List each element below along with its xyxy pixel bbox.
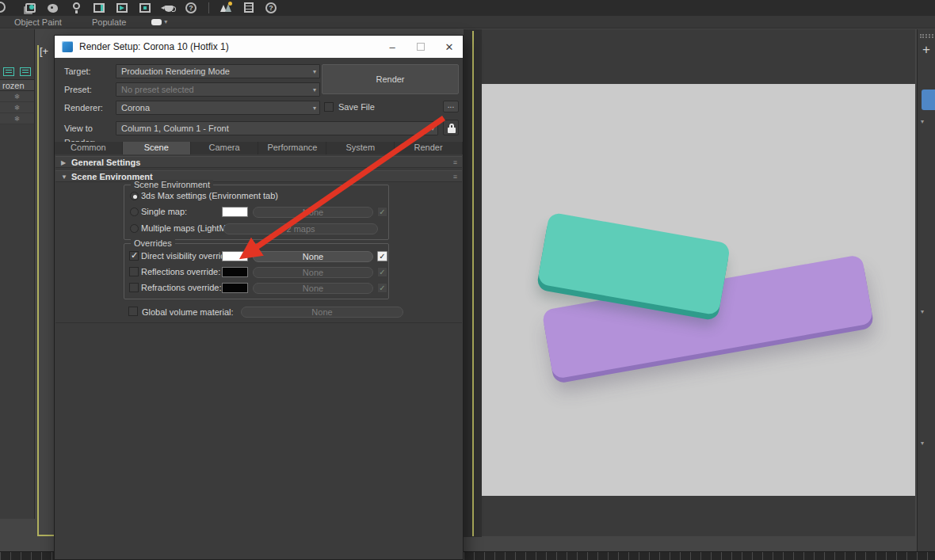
scene-environment-group: Scene Environment 3ds Max settings (Envi… (124, 185, 389, 240)
viewport-corner-menu[interactable]: [+ (40, 45, 48, 57)
hierarchy-list-icon[interactable] (3, 67, 14, 76)
target-dropdown[interactable]: Production Rendering Mode ▾ (116, 64, 320, 78)
frozen-row-3[interactable]: ❄ (0, 113, 34, 124)
refractions-override-checkbox[interactable] (129, 283, 139, 292)
active-viewport-border-right (472, 31, 474, 536)
single-map-enable-check[interactable]: ✓ (377, 207, 387, 217)
group-title: Overrides (131, 238, 175, 249)
ribbon-tab-populate[interactable]: Populate (84, 17, 134, 27)
save-file-label: Save File (338, 102, 375, 112)
render-viewport[interactable] (482, 29, 915, 536)
rollout-general-settings[interactable]: ▶ General Settings ≡ (55, 156, 462, 168)
expanded-arrow-icon: ▼ (61, 171, 67, 183)
override-label: Refractions override: (141, 283, 222, 292)
direct-visibility-checkbox[interactable] (129, 251, 139, 261)
ribbon-dropdown-button[interactable]: ▾ (151, 18, 167, 25)
panel-grip-handle[interactable] (920, 34, 933, 38)
maximize-button[interactable] (417, 43, 425, 51)
scene-list-icon[interactable] (242, 2, 255, 14)
reflections-override-checkbox[interactable] (129, 267, 139, 276)
rollout-menu-icon[interactable]: ≡ (453, 157, 457, 169)
partial-circle-icon[interactable] (2, 2, 14, 14)
dialog-title-bar[interactable]: Render Setup: Corona 10 (Hotfix 1) – ✕ (55, 36, 463, 58)
tab-camera[interactable]: Camera (191, 142, 259, 154)
refractions-color-swatch[interactable] (222, 283, 248, 293)
single-map-none-button[interactable]: None (253, 207, 373, 218)
collapsed-arrow-icon: ▶ (61, 157, 66, 169)
render-region-icon[interactable] (139, 2, 152, 14)
single-map-color-swatch[interactable] (222, 207, 248, 217)
frozen-row-1[interactable]: ❄ (0, 91, 34, 102)
direct-visibility-enable-check[interactable]: ✓ (377, 251, 387, 261)
ribbon-bar: Object Paint Populate ▾ (0, 16, 935, 29)
tab-scene[interactable]: Scene (123, 142, 191, 154)
refractions-enable-check[interactable]: ✓ (377, 283, 387, 293)
radio-multiple-maps[interactable] (130, 224, 139, 233)
radio-3dsmax-settings[interactable] (130, 192, 139, 200)
tab-common[interactable]: Common (55, 142, 123, 154)
direct-visibility-color-swatch[interactable] (222, 251, 248, 261)
override-label: Direct visibility override: (141, 251, 233, 261)
chevron-down-icon: ▾ (313, 66, 316, 78)
chevron-down-icon: ▾ (313, 102, 316, 115)
layer-list-icon[interactable] (20, 67, 31, 76)
renderer-dropdown[interactable]: Corona ▾ (116, 101, 320, 115)
render-canvas[interactable] (482, 84, 915, 496)
rendered-frame-window-icon[interactable] (94, 2, 106, 14)
preset-label: Preset: (64, 82, 116, 97)
save-file-checkbox[interactable] (324, 102, 334, 112)
teal-box-object[interactable] (537, 212, 731, 316)
dialog-body: Target: Production Rendering Mode ▾ Rend… (55, 58, 463, 559)
refractions-none-button[interactable]: None (253, 283, 373, 294)
active-viewport-border-bottom (37, 535, 54, 536)
dialog-tab-bar: Common Scene Camera Performance System R… (55, 142, 463, 154)
rollout-arrow-icon[interactable]: ▾ (921, 118, 924, 125)
create-plus-icon[interactable]: + (918, 43, 935, 57)
minimize-button[interactable]: – (387, 41, 398, 53)
rollout-menu-icon[interactable]: ≡ (453, 171, 457, 183)
populate-trees-icon[interactable] (219, 2, 232, 14)
render-teapot-icon[interactable] (162, 2, 175, 14)
rollout-arrow-icon[interactable]: ▾ (921, 440, 924, 447)
global-volume-none-button[interactable]: None (241, 307, 403, 318)
tab-performance[interactable]: Performance (258, 142, 326, 154)
direct-visibility-none-button[interactable]: None (253, 251, 373, 262)
ribbon-tab-object-paint[interactable]: Object Paint (6, 17, 70, 27)
info-help-icon[interactable]: ? (265, 2, 278, 14)
application-window: ? ? Object Paint Populate ▾ rozen ❄ ❄ ❄ (0, 0, 935, 560)
render-production-icon[interactable] (116, 2, 129, 14)
material-editor-icon[interactable] (48, 2, 60, 14)
frozen-row-2[interactable]: ❄ (0, 102, 34, 113)
render-button[interactable]: Render (322, 64, 459, 94)
reflections-color-swatch[interactable] (222, 267, 248, 277)
toolbar-separator (208, 2, 209, 13)
reflections-none-button[interactable]: None (253, 267, 373, 278)
chevron-down-icon: ▾ (164, 18, 167, 25)
option-label: Single map: (141, 207, 187, 216)
tab-render-elements[interactable]: Render Elements (395, 142, 463, 154)
chevron-down-icon: ▾ (431, 123, 434, 135)
reflections-enable-check[interactable]: ✓ (377, 267, 387, 277)
render-setup-dialog: Render Setup: Corona 10 (Hotfix 1) – ✕ T… (54, 35, 464, 560)
radio-single-map[interactable] (130, 208, 139, 216)
ribbon-pill-icon (151, 19, 162, 25)
option-label: 3ds Max settings (Environment tab) (141, 191, 278, 200)
preset-dropdown[interactable]: No preset selected ▾ (116, 82, 320, 97)
group-title: Scene Environment (131, 180, 213, 190)
lightmix-maps-button[interactable]: 2 maps (223, 223, 378, 234)
view-to-render-dropdown[interactable]: Column 1, Column 1 - Front ▾ (116, 121, 438, 135)
light-lister-icon[interactable] (71, 2, 83, 14)
lock-view-button[interactable] (443, 120, 459, 135)
render-setup-icon[interactable] (25, 2, 37, 14)
tab-system[interactable]: System (326, 142, 395, 154)
help-icon[interactable]: ? (185, 2, 198, 14)
rollout-scene-environment[interactable]: ▼ Scene Environment ≡ (55, 170, 462, 182)
close-button[interactable]: ✕ (444, 41, 455, 53)
blue-panel-button[interactable] (922, 90, 935, 110)
rollout-arrow-icon[interactable]: ▾ (921, 308, 924, 315)
global-volume-checkbox[interactable] (128, 307, 138, 316)
snowflake-icon: ❄ (14, 115, 21, 123)
frozen-column-header[interactable]: rozen (0, 79, 34, 91)
browse-more-button[interactable]: ... (443, 101, 459, 112)
active-viewport-border-left (37, 45, 39, 536)
